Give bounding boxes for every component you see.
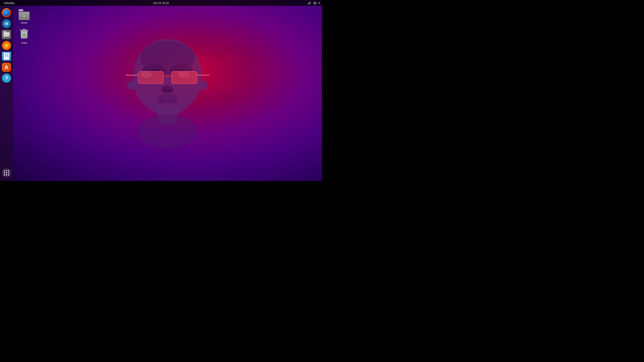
svg-point-16 bbox=[186, 74, 187, 75]
dock-item-writer[interactable] bbox=[2, 51, 11, 61]
menu-chevron-icon[interactable]: ▾ bbox=[318, 1, 320, 4]
svg-point-19 bbox=[162, 85, 173, 93]
svg-point-26 bbox=[127, 80, 139, 90]
firefox-icon bbox=[2, 8, 11, 17]
svg-point-21 bbox=[168, 89, 172, 93]
svg-rect-9 bbox=[138, 71, 163, 84]
desktop: Activities Oct 22 20:10 🔊 ⏻ ▾ bbox=[0, 0, 322, 181]
desktop-icon-home[interactable]: ⌂ Home bbox=[15, 7, 34, 25]
trash-icon-label: Trash bbox=[21, 41, 27, 44]
svg-rect-8 bbox=[163, 75, 172, 77]
thunderbird-icon bbox=[2, 19, 11, 28]
svg-point-1 bbox=[140, 41, 195, 75]
svg-rect-7 bbox=[172, 71, 197, 84]
help-icon bbox=[2, 73, 11, 83]
svg-rect-24 bbox=[158, 111, 177, 124]
svg-point-23 bbox=[153, 103, 182, 115]
home-icon-label: Home bbox=[21, 21, 28, 24]
app-grid-icon bbox=[3, 169, 10, 176]
svg-rect-11 bbox=[126, 75, 138, 76]
svg-point-3 bbox=[170, 64, 193, 77]
volume-icon[interactable]: 🔊 bbox=[308, 1, 311, 4]
svg-point-5 bbox=[172, 69, 188, 80]
power-icon[interactable]: ⏻ bbox=[314, 1, 316, 4]
dock-bottom bbox=[2, 168, 11, 178]
recycle-icon: ♻ bbox=[23, 33, 26, 37]
dock-item-firefox[interactable] bbox=[2, 8, 11, 17]
home-folder-icon: ⌂ bbox=[19, 9, 30, 20]
svg-rect-12 bbox=[196, 75, 210, 76]
dock-item-appstore[interactable] bbox=[2, 62, 11, 72]
rhythmbox-icon bbox=[2, 41, 11, 50]
svg-point-13 bbox=[141, 71, 152, 78]
home-house-icon: ⌂ bbox=[23, 14, 25, 18]
files-icon bbox=[2, 30, 11, 39]
dock-item-thunderbird[interactable] bbox=[2, 19, 11, 28]
svg-rect-6 bbox=[138, 71, 163, 84]
svg-point-0 bbox=[133, 39, 202, 114]
wallpaper bbox=[13, 6, 322, 181]
svg-point-27 bbox=[196, 80, 208, 90]
show-applications-button[interactable] bbox=[2, 168, 11, 178]
svg-point-18 bbox=[188, 77, 189, 78]
topbar: Activities Oct 22 20:10 🔊 ⏻ ▾ bbox=[0, 0, 322, 6]
svg-point-25 bbox=[138, 114, 197, 148]
activities-button[interactable]: Activities bbox=[2, 0, 16, 6]
svg-point-22 bbox=[157, 94, 178, 106]
dock bbox=[0, 6, 13, 181]
svg-rect-10 bbox=[172, 71, 197, 84]
dock-item-rhythmbox[interactable] bbox=[2, 41, 11, 50]
trash-body: ♻ bbox=[21, 31, 28, 38]
home-folder-image: ⌂ bbox=[18, 9, 30, 20]
appstore-icon bbox=[2, 63, 11, 72]
svg-point-15 bbox=[184, 75, 188, 79]
clock: Oct 22 20:10 bbox=[153, 1, 169, 4]
dock-item-files[interactable] bbox=[2, 30, 11, 39]
svg-point-4 bbox=[146, 69, 163, 80]
writer-icon bbox=[2, 52, 11, 61]
activities-label: Activities bbox=[4, 1, 14, 4]
desktop-icons: ⌂ Home ♻ Trash bbox=[15, 7, 34, 46]
trash-image: ♻ bbox=[18, 29, 30, 41]
svg-point-2 bbox=[142, 64, 166, 77]
dock-item-help[interactable] bbox=[2, 73, 11, 83]
topbar-right: 🔊 ⏻ ▾ bbox=[308, 1, 320, 4]
desktop-icon-trash[interactable]: ♻ Trash bbox=[15, 28, 34, 46]
trash-icon: ♻ bbox=[19, 29, 30, 40]
svg-point-14 bbox=[178, 71, 190, 78]
svg-point-20 bbox=[163, 89, 167, 93]
svg-point-17 bbox=[184, 77, 185, 78]
